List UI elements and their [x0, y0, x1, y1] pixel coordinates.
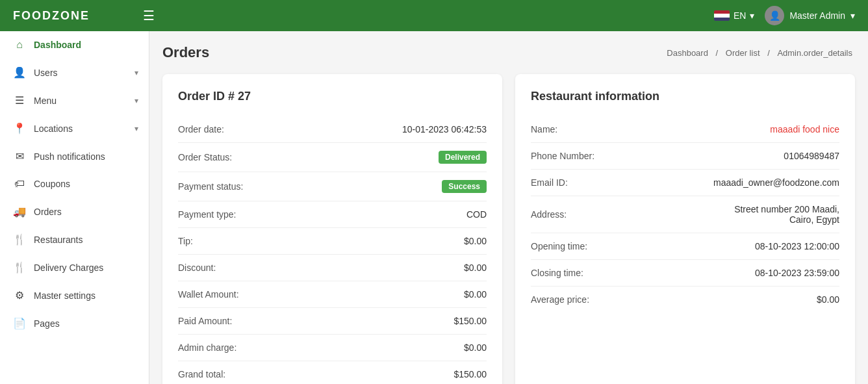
home-icon: ⌂: [13, 39, 26, 51]
wallet-amount-value: $0.00: [464, 289, 487, 300]
discount-label: Discount:: [178, 262, 216, 273]
breadcrumb-row: Orders Dashboard / Order list / Admin.or…: [162, 44, 855, 61]
settings-icon: ⚙: [13, 289, 26, 301]
grand-total-label: Grand total:: [178, 369, 225, 379]
average-price-label: Average price:: [531, 294, 589, 305]
sidebar-item-master-settings[interactable]: ⚙ Master settings: [0, 281, 149, 309]
closing-time-label: Closing time:: [531, 268, 583, 278]
restaurant-card-title: Restaurant information: [531, 90, 839, 103]
payment-type-value: COD: [466, 209, 487, 220]
tip-value: $0.00: [464, 236, 487, 246]
sidebar-item-locations[interactable]: 📍 Locations ▾: [0, 114, 149, 142]
grand-total-value: $150.00: [453, 369, 487, 379]
sidebar-item-menu[interactable]: ☰ Menu ▾: [0, 86, 149, 114]
user-avatar: 👤: [765, 6, 784, 25]
sidebar-item-dashboard[interactable]: ⌂ Dashboard: [0, 31, 149, 58]
sidebar-label-coupons: Coupons: [34, 179, 70, 189]
sidebar-label-menu: Menu: [34, 96, 57, 106]
app-header: FOODZONE ☰ EN ▾ 👤 Master Admin ▾: [0, 0, 868, 31]
sidebar-label-users: Users: [34, 68, 58, 78]
email-value: maaadi_owner@foodzone.com: [713, 177, 839, 188]
restaurant-icon: 🍴: [13, 233, 26, 246]
hamburger-menu-icon[interactable]: ☰: [143, 8, 155, 23]
opening-time-row: Opening time: 08-10-2023 12:00:00: [531, 233, 839, 260]
restaurant-card: Restaurant information Name: maaadi food…: [515, 74, 855, 384]
paid-amount-value: $150.00: [453, 316, 487, 326]
user-section[interactable]: 👤 Master Admin ▾: [765, 6, 855, 25]
breadcrumb-separator-1: /: [716, 48, 721, 58]
sidebar-item-push-notifications[interactable]: ✉ Push notifications: [0, 142, 149, 170]
flag-icon: [714, 10, 730, 21]
closing-time-value: 08-10-2023 23:59:00: [755, 268, 839, 278]
closing-time-row: Closing time: 08-10-2023 23:59:00: [531, 260, 839, 287]
opening-time-value: 08-10-2023 12:00:00: [755, 241, 839, 251]
breadcrumb-order-list[interactable]: Order list: [726, 48, 760, 58]
address-row: Address: Street number 200 Maadi,Cairo, …: [531, 196, 839, 233]
order-status-row: Order Status: Delivered: [178, 143, 487, 172]
average-price-value: $0.00: [817, 294, 839, 305]
sidebar-label-orders: Orders: [34, 207, 62, 217]
order-date-value: 10-01-2023 06:42:53: [402, 124, 487, 134]
location-icon: 📍: [13, 122, 26, 134]
payment-status-row: Payment status: Success: [178, 172, 487, 201]
language-label: EN: [734, 10, 746, 21]
chevron-down-icon: ▾: [134, 68, 138, 77]
chevron-down-icon: ▾: [134, 124, 138, 133]
admin-charge-label: Admin charge:: [178, 342, 236, 353]
sidebar-label-delivery-charges: Delivery Charges: [34, 262, 103, 273]
wallet-amount-label: Wallet Amount:: [178, 289, 239, 300]
sidebar-label-dashboard: Dashboard: [34, 40, 81, 50]
phone-row: Phone Number: 01064989487: [531, 143, 839, 170]
order-date-label: Order date:: [178, 124, 224, 134]
menu-icon: ☰: [13, 94, 26, 107]
restaurant-name-value: maaadi food nice: [770, 124, 839, 134]
admin-charge-value: $0.00: [464, 342, 487, 353]
sidebar-label-push-notifications: Push notifications: [34, 151, 105, 162]
chevron-down-icon: ▾: [134, 96, 138, 105]
order-card: Order ID # 27 Order date: 10-01-2023 06:…: [162, 74, 502, 384]
sidebar-item-delivery-charges[interactable]: 🍴 Delivery Charges: [0, 253, 149, 281]
coupon-icon: 🏷: [13, 178, 26, 190]
language-selector[interactable]: EN ▾: [714, 10, 754, 21]
paid-amount-label: Paid Amount:: [178, 316, 232, 326]
order-date-row: Order date: 10-01-2023 06:42:53: [178, 116, 487, 143]
breadcrumb-order-details: Admin.order_details: [777, 48, 852, 58]
pages-icon: 📄: [13, 317, 26, 329]
tip-row: Tip: $0.00: [178, 228, 487, 255]
main-layout: ⌂ Dashboard 👤 Users ▾ ☰ Menu ▾ 📍 Locatio…: [0, 31, 868, 384]
payment-type-row: Payment type: COD: [178, 201, 487, 228]
sidebar-item-coupons[interactable]: 🏷 Coupons: [0, 170, 149, 198]
app-logo: FOODZONE: [13, 9, 143, 23]
sidebar: ⌂ Dashboard 👤 Users ▾ ☰ Menu ▾ 📍 Locatio…: [0, 31, 149, 384]
email-label: Email ID:: [531, 177, 568, 188]
tip-label: Tip:: [178, 236, 193, 246]
payment-status-label: Payment status:: [178, 181, 243, 192]
sidebar-label-pages: Pages: [34, 318, 60, 329]
opening-time-label: Opening time:: [531, 241, 587, 251]
phone-value: 01064989487: [784, 151, 839, 161]
sidebar-item-pages[interactable]: 📄 Pages: [0, 309, 149, 337]
order-card-title: Order ID # 27: [178, 90, 487, 103]
breadcrumb: Dashboard / Order list / Admin.order_det…: [664, 48, 855, 58]
sidebar-label-master-settings: Master settings: [34, 290, 96, 301]
cards-row: Order ID # 27 Order date: 10-01-2023 06:…: [162, 74, 855, 384]
notification-icon: ✉: [13, 150, 26, 162]
user-name: Master Admin: [789, 10, 845, 21]
breadcrumb-separator-2: /: [767, 48, 772, 58]
restaurant-name-label: Name:: [531, 124, 557, 134]
address-label: Address:: [531, 209, 567, 220]
discount-row: Discount: $0.00: [178, 255, 487, 281]
email-row: Email ID: maaadi_owner@foodzone.com: [531, 170, 839, 196]
breadcrumb-dashboard[interactable]: Dashboard: [667, 48, 708, 58]
sidebar-item-restaurants[interactable]: 🍴 Restaurants: [0, 225, 149, 253]
user-chevron-icon: ▾: [850, 10, 855, 21]
payment-type-label: Payment type:: [178, 209, 236, 220]
phone-label: Phone Number:: [531, 151, 594, 161]
sidebar-item-orders[interactable]: 🚚 Orders: [0, 198, 149, 225]
order-status-badge: Delivered: [439, 151, 487, 164]
users-icon: 👤: [13, 66, 26, 79]
grand-total-row: Grand total: $150.00: [178, 361, 487, 384]
sidebar-item-users[interactable]: 👤 Users ▾: [0, 58, 149, 86]
restaurant-name-row: Name: maaadi food nice: [531, 116, 839, 143]
average-price-row: Average price: $0.00: [531, 287, 839, 313]
